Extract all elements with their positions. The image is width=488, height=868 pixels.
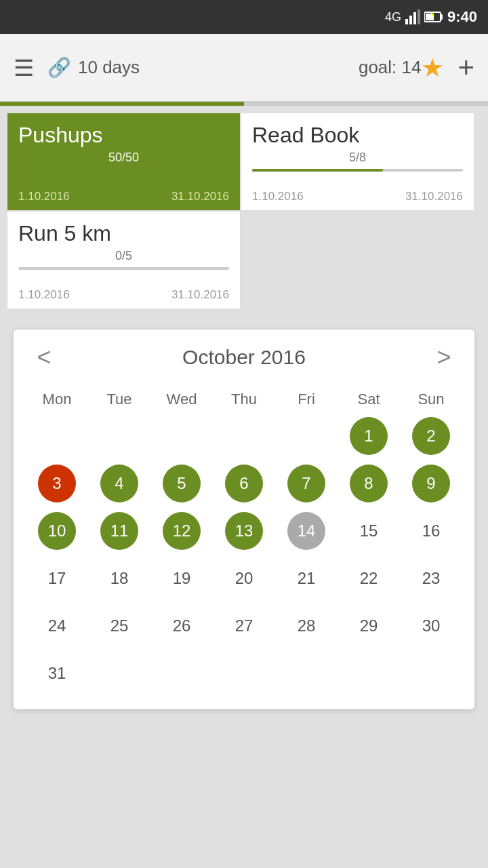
cal-day-15[interactable]: 15 [350,512,388,550]
cal-day-1[interactable]: 1 [350,417,388,455]
habit-dates-pushups: 1.10.2016 31.10.2016 [7,190,240,203]
habit-title-pushups: Pushups [18,123,229,148]
menu-button[interactable]: ☰ [14,54,34,81]
cal-cell-w3d1[interactable]: 18 [89,556,149,601]
cal-day-3[interactable]: 3 [38,465,76,502]
cal-cell-w5d1 [89,651,149,696]
cal-day-29[interactable]: 29 [350,607,388,645]
cal-cell-w2d3[interactable]: 13 [214,509,274,553]
habit-start-run5km: 1.10.2016 [18,288,70,302]
cal-cell-w1d1[interactable]: 4 [89,461,149,506]
habit-card-readbook[interactable]: Read Book 5/8 1.10.2016 31.10.2016 [241,113,474,211]
habit-progress-readbook: 5/8 [252,151,463,165]
star-icon[interactable]: ★ [421,53,444,83]
cal-cell-w0d2 [152,414,211,458]
dow-mon: Mon [27,385,87,414]
cal-day-31[interactable]: 31 [38,654,76,692]
cal-cell-w2d5[interactable]: 15 [339,509,399,553]
cal-cell-w4d3[interactable]: 27 [214,604,274,648]
cal-cell-w3d2[interactable]: 19 [152,556,211,601]
cal-day-7[interactable]: 7 [287,465,325,502]
cal-day-16[interactable]: 16 [412,512,450,550]
cal-cell-w2d2[interactable]: 12 [152,509,211,553]
cal-cell-w3d3[interactable]: 20 [214,556,274,601]
calendar-days-grid: 1234567891011121314151617181920212223242… [27,414,461,696]
cal-cell-w1d2[interactable]: 5 [152,461,211,506]
cal-cell-w1d5[interactable]: 8 [339,461,399,506]
cal-cell-w1d3[interactable]: 6 [214,461,274,506]
cal-cell-w3d0[interactable]: 17 [27,556,87,601]
habit-title-readbook: Read Book [252,123,463,148]
cal-cell-w3d5[interactable]: 22 [339,556,399,601]
cal-cell-w1d4[interactable]: 7 [277,461,336,506]
cal-cell-w0d0 [27,414,87,458]
cal-day-2[interactable]: 2 [412,417,450,455]
cal-cell-w4d1[interactable]: 25 [89,604,149,648]
habit-dates-readbook: 1.10.2016 31.10.2016 [241,190,474,203]
cal-cell-w4d0[interactable]: 24 [27,604,87,648]
cal-day-25[interactable]: 25 [100,607,138,645]
cal-day-22[interactable]: 22 [350,559,388,597]
cal-cell-w4d2[interactable]: 26 [152,604,211,648]
calendar-month-title: October 2016 [182,346,306,369]
add-button[interactable]: + [458,52,474,84]
cal-cell-w2d0[interactable]: 10 [27,509,87,553]
cal-cell-w0d5[interactable]: 1 [339,414,399,458]
cal-day-6[interactable]: 6 [225,465,263,502]
cal-day-26[interactable]: 26 [163,607,201,645]
cal-day-21[interactable]: 21 [287,559,325,597]
habit-card-pushups[interactable]: Pushups 50/50 1.10.2016 31.10.2016 [7,113,241,211]
dow-fri: Fri [277,385,336,414]
cal-cell-w5d3 [214,651,274,696]
cal-cell-w0d3 [214,414,274,458]
cal-cell-w4d6[interactable]: 30 [401,604,461,648]
habit-title-run5km: Run 5 km [18,221,229,246]
dow-tue: Tue [89,385,149,414]
cal-day-12[interactable]: 12 [163,512,201,550]
calendar-prev-button[interactable]: < [27,343,61,372]
cal-day-8[interactable]: 8 [350,465,388,502]
cal-day-5[interactable]: 5 [163,465,201,502]
cal-day-13[interactable]: 13 [225,512,263,550]
calendar-next-button[interactable]: > [427,343,461,372]
cal-cell-w3d4[interactable]: 21 [277,556,336,601]
cal-day-14[interactable]: 14 [287,512,325,550]
cal-cell-w2d1[interactable]: 11 [89,509,149,553]
cal-day-9[interactable]: 9 [412,465,450,502]
cal-cell-w1d6[interactable]: 9 [401,461,461,506]
cal-cell-w4d5[interactable]: 29 [339,604,399,648]
cal-day-10[interactable]: 10 [38,512,76,550]
cal-day-17[interactable]: 17 [38,559,76,597]
cal-day-11[interactable]: 11 [100,512,138,550]
cal-cell-w0d4 [277,414,336,458]
cal-cell-w4d4[interactable]: 28 [277,604,336,648]
cal-cell-w2d4[interactable]: 14 [277,509,336,553]
cal-day-23[interactable]: 23 [412,559,450,597]
cal-day-18[interactable]: 18 [100,559,138,597]
cal-cell-w1d0[interactable]: 3 [27,461,87,506]
cal-day-27[interactable]: 27 [225,607,263,645]
cal-day-30[interactable]: 30 [412,607,450,645]
cal-day-28[interactable]: 28 [287,607,325,645]
goal-display: goal: 14 [359,57,422,78]
days-display: 10 days [78,57,140,78]
cal-cell-w5d2 [152,651,211,696]
status-bar: 4G 9:40 [0,0,488,34]
cal-day-24[interactable]: 24 [38,607,76,645]
habit-card-run5km[interactable]: Run 5 km 0/5 1.10.2016 31.10.2016 [7,211,241,309]
svg-rect-5 [441,14,443,20]
cal-cell-w0d1 [89,414,149,458]
cal-cell-w2d6[interactable]: 16 [401,509,461,553]
cal-cell-w5d5 [339,651,399,696]
habit-cards-area: Pushups 50/50 1.10.2016 31.10.2016 Read … [0,106,488,316]
cal-cell-w3d6[interactable]: 23 [401,556,461,601]
signal-icon [405,9,420,24]
habit-progress-pushups: 50/50 [18,151,229,165]
cal-day-4[interactable]: 4 [100,465,138,502]
cal-cell-w0d6[interactable]: 2 [401,414,461,458]
cal-day-19[interactable]: 19 [163,559,201,597]
cal-cell-w5d0[interactable]: 31 [27,651,87,696]
habit-progress-bar-run5km [18,267,229,270]
habit-progress-fill-readbook [252,169,383,172]
cal-day-20[interactable]: 20 [225,559,263,597]
